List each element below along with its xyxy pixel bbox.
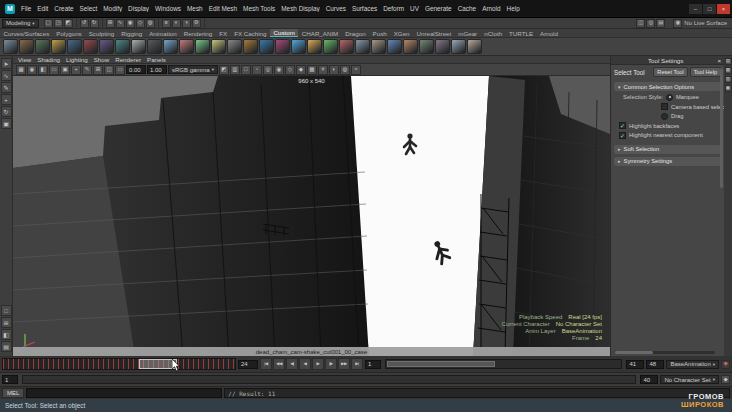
close-button[interactable]: × — [717, 4, 730, 14]
menu-surfaces[interactable]: Surfaces — [349, 5, 380, 12]
auto-keyframe-button[interactable]: ◆ — [721, 360, 730, 369]
shelf-tab-fx[interactable]: FX — [216, 30, 231, 37]
panel-menu-renderer[interactable]: Renderer — [112, 56, 144, 63]
menu-file[interactable]: File — [18, 5, 34, 12]
shelf-tab-sculpting[interactable]: Sculpting — [85, 30, 117, 37]
playback-end-field[interactable] — [646, 360, 664, 369]
new-scene-icon[interactable]: ▢ — [44, 19, 53, 28]
menu-create[interactable]: Create — [51, 5, 76, 12]
anim-end-field[interactable] — [626, 360, 644, 369]
shelf-tab-unrealstreet[interactable]: UnrealStreet — [413, 30, 455, 37]
select-camera-icon[interactable]: ▦ — [16, 65, 26, 75]
horizontal-scrollbar[interactable] — [615, 351, 715, 354]
exposure-field[interactable] — [126, 65, 146, 74]
frame-selection-icon[interactable]: ◉ — [274, 65, 284, 75]
shelf-icon-14[interactable] — [211, 39, 226, 54]
shelf-icon-8[interactable] — [115, 39, 130, 54]
sidebar-tool-settings-icon[interactable]: ▦ — [725, 67, 732, 74]
move-tool[interactable]: + — [1, 94, 12, 105]
step-back-key-button[interactable]: ◀◀ — [273, 358, 285, 370]
scale-tool[interactable]: ▣ — [1, 118, 12, 129]
checkbox-highlight-backfaces[interactable] — [619, 122, 626, 129]
render-icon[interactable]: ◐ — [172, 19, 181, 28]
shelf-icon-9[interactable] — [131, 39, 146, 54]
time-slider[interactable] — [2, 358, 236, 370]
vertical-scrollbar[interactable] — [720, 68, 723, 188]
textured-icon[interactable]: ▩ — [307, 65, 317, 75]
camera-attributes-icon[interactable]: ◧ — [38, 65, 48, 75]
shaded-icon[interactable]: ◆ — [296, 65, 306, 75]
panel-menu-lighting[interactable]: Lighting — [63, 56, 91, 63]
shelf-icon-3[interactable] — [35, 39, 50, 54]
snap-to-curve-icon[interactable]: ∿ — [116, 19, 125, 28]
shelf-icon-19[interactable] — [291, 39, 306, 54]
shelf-tab-char-anim[interactable]: CHAR_ANIM — [298, 30, 341, 37]
menu-curves[interactable]: Curves — [323, 5, 349, 12]
shelf-tab-push[interactable]: Push — [369, 30, 390, 37]
shelf-icon-30[interactable] — [467, 39, 482, 54]
menu-uv[interactable]: UV — [407, 5, 422, 12]
character-set-dropdown[interactable]: No Character Set ▾ — [660, 375, 719, 384]
layout-single-pane[interactable]: □ — [1, 305, 12, 316]
color-space-dropdown[interactable]: sRGB gamma ▾ — [168, 65, 218, 74]
shelf-icon-4[interactable] — [51, 39, 66, 54]
resolution-gate-icon[interactable]: ▭ — [115, 65, 125, 75]
radio-marquee[interactable] — [666, 94, 673, 101]
shelf-icon-27[interactable] — [419, 39, 434, 54]
shelf-tab-ncloth[interactable]: nCloth — [481, 30, 506, 37]
shelf-tab-rendering[interactable]: Rendering — [180, 30, 216, 37]
playback-range-bar[interactable] — [22, 375, 636, 384]
grease-pencil-icon[interactable]: ✎ — [82, 65, 92, 75]
shelf-tab-curves-surfaces[interactable]: Curves/Surfaces — [0, 30, 53, 37]
sidebar-attribute-editor-icon[interactable]: ▤ — [725, 58, 732, 65]
shelf-tab-animation[interactable]: Animation — [146, 30, 181, 37]
bookmarks-icon[interactable]: ▭ — [49, 65, 59, 75]
go-to-start-button[interactable]: |◀ — [260, 358, 272, 370]
shelf-tab-dragon[interactable]: Dragon — [342, 30, 369, 37]
shelf-tab-turtle[interactable]: TURTLE — [506, 30, 537, 37]
shadows-icon[interactable]: ◐ — [329, 65, 339, 75]
symmetry-icon[interactable]: ◫ — [636, 19, 645, 28]
shelf-icon-6[interactable] — [83, 39, 98, 54]
range-start-field[interactable] — [365, 360, 381, 369]
menu-edit[interactable]: Edit — [34, 5, 51, 12]
menu-mesh-display[interactable]: Mesh Display — [278, 5, 322, 12]
shelf-icon-29[interactable] — [451, 39, 466, 54]
shelf-icon-2[interactable] — [19, 39, 34, 54]
range-slider[interactable] — [385, 359, 622, 369]
make-live-icon[interactable]: ◍ — [146, 19, 155, 28]
checkbox-camera-based-selection[interactable] — [661, 103, 668, 110]
shelf-icon-22[interactable] — [339, 39, 354, 54]
ipr-render-icon[interactable]: ◑ — [182, 19, 191, 28]
shelf-tab-arnold[interactable]: Arnold — [537, 30, 562, 37]
layout-four-pane[interactable]: ⊞ — [1, 317, 12, 328]
maximize-button[interactable]: □ — [703, 4, 716, 14]
set-key-icon[interactable]: ◆ — [721, 375, 730, 384]
use-all-lights-icon[interactable]: ☀ — [318, 65, 328, 75]
shelf-tab-rigging[interactable]: Rigging — [118, 30, 146, 37]
panel-menu-show[interactable]: Show — [91, 56, 112, 63]
shelf-icon-23[interactable] — [355, 39, 370, 54]
tool-settings-header[interactable]: Tool Settings × — [611, 56, 724, 65]
close-icon[interactable]: × — [717, 57, 721, 64]
viewport-scene[interactable]: 960 x 540 Playback SpeedReal [24 fps]Cur… — [13, 76, 610, 356]
shelf-icon-7[interactable] — [99, 39, 114, 54]
screen-space-ao-icon[interactable]: ◍ — [340, 65, 350, 75]
menu-arnold[interactable]: Arnold — [479, 5, 503, 12]
menu-deform[interactable]: Deform — [380, 5, 407, 12]
anim-start-field[interactable] — [2, 375, 18, 384]
shelf-tab-polygons[interactable]: Polygons — [53, 30, 85, 37]
gamma-field[interactable] — [147, 65, 167, 74]
workspace-icon[interactable]: ▤ — [656, 19, 665, 28]
snap-to-plane-icon[interactable]: ◇ — [136, 19, 145, 28]
shelf-icon-21[interactable] — [323, 39, 338, 54]
height-field[interactable] — [640, 375, 658, 384]
rotate-tool[interactable]: ↻ — [1, 106, 12, 117]
mel-toggle-button[interactable]: MEL — [2, 388, 24, 398]
shelf-icon-16[interactable] — [243, 39, 258, 54]
shelf-icon-11[interactable] — [163, 39, 178, 54]
current-frame-field[interactable] — [238, 360, 258, 369]
range-slider-handle[interactable] — [387, 361, 495, 367]
section-common-selection-options[interactable]: ▾ Common Selection Options — [614, 82, 721, 91]
select-tool[interactable]: ➤ — [1, 58, 12, 69]
